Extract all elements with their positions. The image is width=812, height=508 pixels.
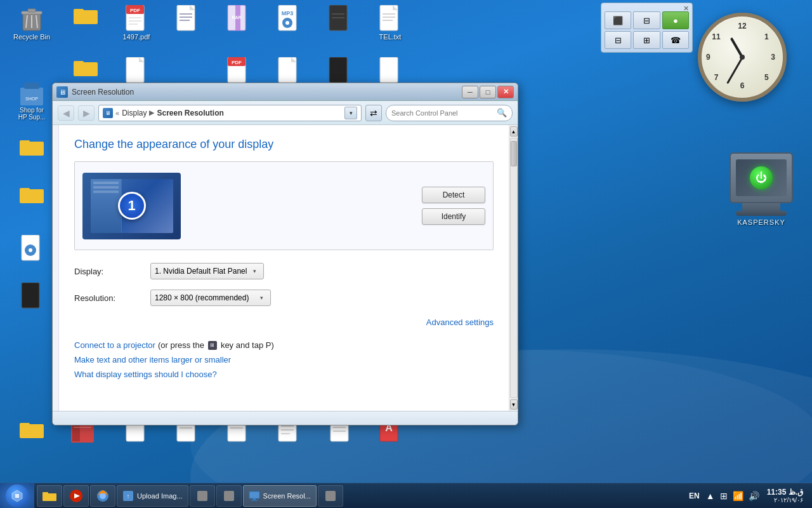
svg-rect-49: [380, 57, 398, 83]
advanced-settings-link[interactable]: Advanced settings: [426, 318, 494, 327]
desktop-icon-recycle-bin[interactable]: Recycle Bin: [6, 5, 57, 41]
window-titlebar-icon: 🖥: [56, 86, 68, 98]
desktop-icon-folder-left1[interactable]: [6, 137, 57, 157]
display-preview-area: 1 Detect Identify: [74, 161, 494, 250]
search-input[interactable]: [391, 109, 494, 117]
analog-clock: 12 1 3 5 6 7 9 11: [698, 13, 787, 102]
desktop-icon-tel[interactable]: TEL.txt: [365, 5, 416, 41]
systray-btn-phone[interactable]: ☎: [662, 31, 689, 49]
scrollbar-thumb[interactable]: [511, 141, 517, 166]
taskbar-blank3[interactable]: [318, 485, 343, 507]
systray-btn-network[interactable]: ⊞: [633, 31, 660, 49]
window-content: Change the appearance of your display: [53, 125, 518, 411]
tray-expand-icon[interactable]: ▲: [705, 490, 716, 502]
systray-btn-minus[interactable]: ⊟: [605, 31, 631, 49]
minimize-button[interactable]: ─: [462, 86, 478, 98]
recycle-bin-icon: [18, 5, 46, 33]
display-label: Display:: [74, 267, 150, 276]
forward-button[interactable]: ▶: [78, 105, 95, 121]
taskbar-screen-res-item[interactable]: Screen Resol...: [243, 485, 317, 507]
svg-text:↑: ↑: [127, 493, 130, 500]
projector-link-row: Connect to a projector (or press the ⊞ k…: [74, 340, 494, 350]
taskbar-firefox-button[interactable]: [90, 485, 115, 507]
monitor-preview[interactable]: 1: [82, 173, 181, 239]
taskbar-upload-item[interactable]: ↑ Upload Imag...: [117, 485, 188, 507]
window-title: Screen Resolution: [72, 88, 462, 97]
refresh-button[interactable]: ⇄: [365, 105, 382, 121]
systray-btn-green[interactable]: ●: [662, 11, 689, 29]
svg-point-56: [29, 248, 32, 252]
desktop-icon-folder-left2[interactable]: [6, 184, 57, 204]
scroll-up-button[interactable]: ▲: [510, 126, 518, 137]
desktop-icon-folder-bottom1[interactable]: [6, 419, 57, 439]
close-button[interactable]: ✕: [497, 86, 514, 98]
kaspersky-desktop-icon[interactable]: ⏻ KASPERSKY: [730, 152, 793, 226]
tray-time: 11:35 ق.ظ: [767, 488, 803, 497]
maximize-button[interactable]: □: [480, 86, 496, 98]
systray-btn-monitor2[interactable]: ⊟: [633, 11, 660, 29]
display-help-link-row: What display settings should I choose?: [74, 370, 494, 379]
desktop-icon-pdf1497[interactable]: PDF 1497.pdf: [111, 5, 162, 41]
desktop-icon-doc-row2b[interactable]: [111, 57, 162, 85]
taskbar-blank2[interactable]: [216, 485, 242, 507]
resolution-select[interactable]: 812 × 508 (recommended) ▾: [150, 290, 271, 306]
address-separator: ▶: [149, 109, 154, 117]
page-heading: Change the appearance of your display: [74, 138, 494, 151]
systray-close-icon[interactable]: ✕: [683, 4, 689, 13]
address-dropdown-btn[interactable]: ▾: [344, 107, 357, 119]
kaspersky-screen: ⏻: [736, 159, 787, 196]
tray-screen-icon[interactable]: ⊞: [719, 490, 729, 502]
text-size-link[interactable]: Make text and other items larger or smal…: [74, 355, 231, 364]
tray-volume-icon[interactable]: 🔊: [747, 490, 761, 502]
taskbar-folder-button[interactable]: [37, 485, 62, 507]
desktop-icon-pdf-row2[interactable]: PDF: [213, 57, 263, 85]
minimize-icon: ─: [468, 88, 473, 96]
desktop-icon-dark-left[interactable]: [6, 283, 57, 311]
tray-clock[interactable]: 11:35 ق.ظ ۲۰۱۲/۱۹/۰۶: [763, 488, 807, 504]
tel-label: TEL.txt: [379, 33, 402, 41]
scroll-down-button[interactable]: ▼: [510, 399, 518, 410]
taskbar-items: ↑ Upload Imag... Screen Resol...: [34, 483, 681, 508]
kaspersky-label: KASPERSKY: [737, 218, 785, 226]
svg-rect-37: [74, 61, 84, 66]
detect-button[interactable]: Detect: [422, 187, 485, 203]
address-double-arrow: «: [115, 109, 119, 117]
svg-rect-84: [43, 492, 48, 495]
desktop-icon-dark-row2[interactable]: [314, 57, 365, 85]
desktop-icon-file1[interactable]: [314, 5, 365, 33]
kaspersky-stand: [742, 203, 780, 211]
identify-button[interactable]: Identify: [422, 208, 485, 225]
back-button[interactable]: ◀: [58, 105, 74, 121]
desktop-icon-folder-row2[interactable]: [60, 57, 111, 77]
taskbar-blank1[interactable]: [190, 485, 215, 507]
desktop-icon-rar[interactable]: RAR: [213, 5, 263, 33]
desktop-icon-blank-row2[interactable]: [365, 57, 416, 85]
resolution-label: Resolution:: [74, 293, 150, 303]
desktop-icon-shop[interactable]: SHOP Shop forHP Sup...: [6, 83, 57, 121]
desktop-icon-mp3[interactable]: MP3: [263, 5, 314, 33]
start-orb: [6, 485, 29, 507]
display-select[interactable]: 1. Nvidia Default Flat Panel ▾: [150, 263, 264, 279]
tray-lang[interactable]: EN: [686, 491, 702, 500]
svg-text:SHOP: SHOP: [25, 97, 38, 101]
kaspersky-base: [736, 211, 787, 216]
desktop-icon-folder1[interactable]: [60, 5, 111, 25]
projector-suffix2: key and tap P): [221, 340, 274, 350]
address-bar[interactable]: 🖥 « Display ▶ Screen Resolution ▾: [98, 105, 362, 121]
maximize-icon: □: [486, 88, 490, 96]
taskbar-upload-label: Upload Imag...: [137, 492, 183, 500]
tray-network-icon[interactable]: 📶: [731, 490, 745, 502]
desktop-icon-audio-left[interactable]: [6, 235, 57, 263]
svg-point-27: [285, 21, 289, 25]
start-button[interactable]: [0, 483, 34, 509]
svg-rect-9: [74, 9, 84, 14]
projector-link[interactable]: Connect to a projector: [74, 340, 155, 350]
kaspersky-power-icon: ⏻: [750, 166, 773, 189]
taskbar-media-button[interactable]: [63, 485, 89, 507]
desktop-icon-file-row2b[interactable]: [263, 57, 314, 85]
display-form-row: Display: 1. Nvidia Default Flat Panel ▾: [74, 263, 494, 279]
search-box[interactable]: 🔍: [386, 105, 513, 121]
desktop-icon-doc1[interactable]: [162, 5, 213, 33]
display-help-link[interactable]: What display settings should I choose?: [74, 370, 217, 379]
systray-btn-monitor[interactable]: ⬛: [605, 11, 631, 29]
